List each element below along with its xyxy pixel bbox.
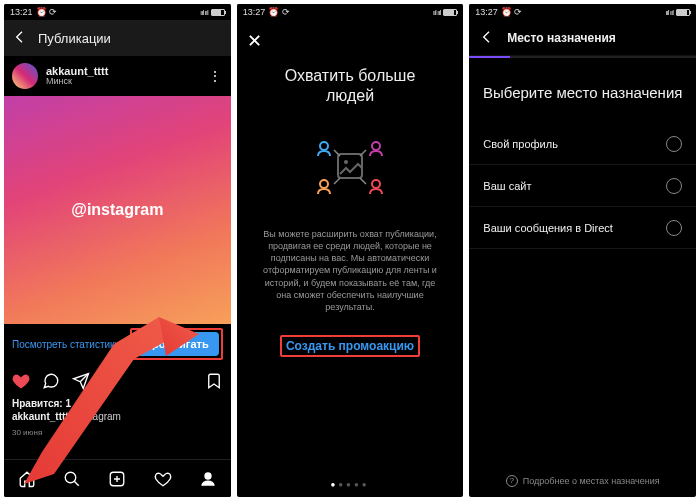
- help-icon: ?: [506, 475, 518, 487]
- more-icon[interactable]: ⋮: [208, 68, 223, 84]
- status-time: 13:21: [10, 7, 33, 17]
- profile-nav-icon[interactable]: [199, 470, 217, 488]
- caption-hashtag[interactable]: #instagram: [71, 411, 120, 422]
- status-icons: ⏰ ⟳: [36, 7, 58, 17]
- option-label: Ваши сообщения в Direct: [483, 222, 613, 234]
- promo-title-l2: людей: [326, 87, 374, 104]
- radio-icon[interactable]: [666, 220, 682, 236]
- post-image[interactable]: @instagram: [4, 96, 231, 324]
- post-image-text: @instagram: [71, 201, 163, 219]
- home-icon[interactable]: [18, 470, 36, 488]
- option-profile[interactable]: Свой профиль: [469, 123, 696, 165]
- status-bar: 13:21 ⏰ ⟳ ııl ııl: [4, 4, 231, 20]
- promo-illustration: [310, 132, 390, 202]
- svg-point-2: [205, 473, 211, 479]
- screen-3-destination: 13:27 ⏰ ⟳ ııl ııl Место назначения Выбер…: [469, 4, 696, 497]
- add-post-icon[interactable]: [108, 470, 126, 488]
- status-bar: 13:27 ⏰ ⟳ ııl ııl: [237, 4, 464, 20]
- signal-icon: ııl ııl: [665, 8, 673, 17]
- promo-description: Вы можете расширить охват публикации, пр…: [237, 228, 464, 313]
- svg-point-7: [320, 142, 328, 150]
- signal-icon: ııl ııl: [433, 8, 441, 17]
- post-author-row[interactable]: akkaunt_tttt Минск ⋮: [4, 56, 231, 96]
- status-bar: 13:27 ⏰ ⟳ ııl ııl: [469, 4, 696, 20]
- page-indicator: ●●●●●: [237, 480, 464, 489]
- back-icon[interactable]: [12, 29, 28, 47]
- status-time: 13:27: [475, 7, 498, 17]
- app-header: Публикации: [4, 20, 231, 56]
- action-bar: [4, 364, 231, 398]
- destination-heading: Выберите место назначения: [469, 84, 696, 101]
- svg-point-0: [65, 472, 76, 483]
- close-icon[interactable]: ✕: [247, 30, 262, 52]
- promote-highlight: Продвигать: [130, 328, 223, 360]
- like-icon[interactable]: [12, 372, 30, 390]
- help-text: Подробнее о местах назначения: [523, 476, 660, 486]
- page-title: Место назначения: [507, 31, 616, 45]
- activity-icon[interactable]: [154, 470, 172, 488]
- create-promo-link[interactable]: Создать промоакцию: [286, 339, 414, 353]
- radio-icon[interactable]: [666, 136, 682, 152]
- option-label: Свой профиль: [483, 138, 558, 150]
- bottom-nav: [4, 459, 231, 497]
- cta-highlight: Создать промоакцию: [280, 335, 420, 357]
- user-location[interactable]: Минск: [46, 77, 200, 87]
- status-icons: ⏰ ⟳: [501, 7, 523, 17]
- status-time: 13:27: [243, 7, 266, 17]
- help-link[interactable]: ? Подробнее о местах назначения: [469, 475, 696, 487]
- comment-icon[interactable]: [42, 372, 60, 390]
- caption-username[interactable]: akkaunt_tttt: [12, 411, 69, 422]
- share-icon[interactable]: [72, 372, 90, 390]
- back-icon[interactable]: [479, 29, 495, 47]
- search-nav-icon[interactable]: [63, 470, 81, 488]
- insight-row: Посмотреть статистику Продвигать: [4, 324, 231, 364]
- option-direct[interactable]: Ваши сообщения в Direct: [469, 207, 696, 249]
- post-date: 30 июня: [4, 424, 231, 441]
- battery-icon: [443, 9, 457, 16]
- bookmark-icon[interactable]: [205, 372, 223, 390]
- progress-bar: [469, 56, 696, 58]
- app-header: Место назначения: [469, 20, 696, 56]
- avatar[interactable]: [12, 63, 38, 89]
- likes-count[interactable]: Нравится: 1: [4, 398, 231, 409]
- svg-point-6: [344, 160, 348, 164]
- screen-2-promo-intro: 13:27 ⏰ ⟳ ııl ııl ✕ Охватить больше люде…: [237, 4, 464, 497]
- promote-button[interactable]: Продвигать: [134, 332, 219, 356]
- promo-title: Охватить больше людей: [285, 66, 416, 106]
- screen-1-post: 13:21 ⏰ ⟳ ııl ııl Публикации akkaunt_ttt…: [4, 4, 231, 497]
- svg-point-10: [372, 180, 380, 188]
- radio-icon[interactable]: [666, 178, 682, 194]
- status-icons: ⏰ ⟳: [268, 7, 290, 17]
- option-label: Ваш сайт: [483, 180, 531, 192]
- view-stats-link[interactable]: Посмотреть статистику: [12, 339, 120, 350]
- promo-title-l1: Охватить больше: [285, 67, 416, 84]
- battery-icon: [676, 9, 690, 16]
- svg-rect-5: [338, 154, 362, 178]
- option-website[interactable]: Ваш сайт: [469, 165, 696, 207]
- svg-point-9: [320, 180, 328, 188]
- signal-icon: ııl ııl: [200, 8, 208, 17]
- page-title: Публикации: [38, 31, 111, 46]
- battery-icon: [211, 9, 225, 16]
- svg-point-8: [372, 142, 380, 150]
- post-caption: akkaunt_tttt #instagram: [4, 409, 231, 424]
